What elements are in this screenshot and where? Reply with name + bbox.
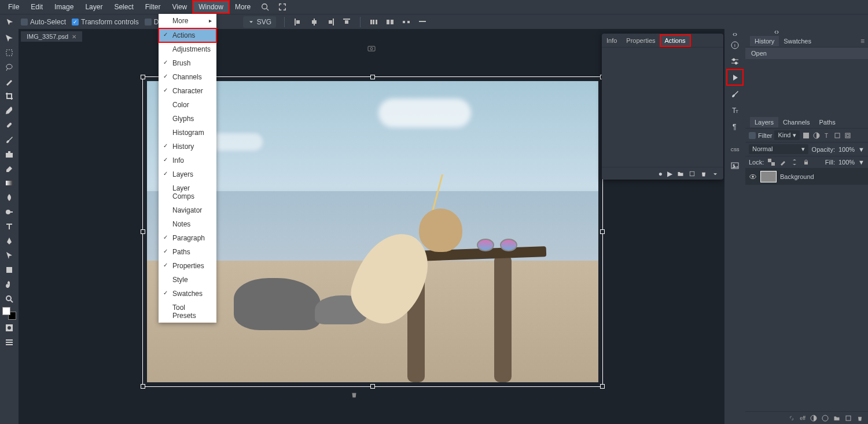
- new-layer-icon[interactable]: [845, 415, 852, 422]
- menubar-select[interactable]: Select: [108, 1, 139, 13]
- handle-ml[interactable]: [141, 229, 145, 234]
- tab-channels[interactable]: Channels: [778, 117, 814, 127]
- handle-tm[interactable]: [370, 75, 375, 79]
- align-left-icon[interactable]: [293, 17, 303, 27]
- play-action-icon[interactable]: ▶: [667, 170, 672, 178]
- tab-info[interactable]: Info: [602, 35, 621, 46]
- path-select-tool[interactable]: [1, 248, 17, 262]
- download-icon[interactable]: [712, 170, 719, 177]
- dd-color[interactable]: Color: [159, 98, 216, 112]
- trash-icon[interactable]: [700, 170, 707, 177]
- dd-adjustments[interactable]: Adjustments: [159, 42, 216, 56]
- group-icon[interactable]: [833, 415, 840, 422]
- link-layers-icon[interactable]: [788, 415, 795, 422]
- dd-actions[interactable]: ✓Actions: [159, 28, 216, 42]
- adjustment-layer-icon[interactable]: [822, 415, 829, 422]
- menubar-view[interactable]: View: [166, 1, 193, 13]
- document-tab[interactable]: IMG_3357.psd ✕: [21, 31, 82, 42]
- dd-more[interactable]: More▸: [159, 14, 216, 28]
- info-icon[interactable]: i: [727, 37, 743, 53]
- pen-tool[interactable]: [1, 234, 17, 248]
- healing-tool[interactable]: [1, 118, 17, 132]
- actions-play-icon[interactable]: [727, 70, 743, 85]
- dd-navigator[interactable]: Navigator: [159, 203, 216, 217]
- handle-mr[interactable]: [600, 229, 605, 234]
- distribute-3-icon[interactable]: [401, 17, 411, 27]
- lock-all-icon[interactable]: [802, 158, 810, 166]
- image-icon[interactable]: [727, 158, 743, 173]
- dd-paragraph[interactable]: ✓Paragraph: [159, 231, 216, 245]
- clone-tool[interactable]: [1, 147, 17, 161]
- menubar-layer[interactable]: Layer: [79, 1, 108, 13]
- handle-br[interactable]: [600, 384, 605, 389]
- distribute-1-icon[interactable]: [369, 17, 379, 27]
- filter-type-icon[interactable]: T: [823, 131, 831, 140]
- tab-layers[interactable]: Layers: [750, 117, 778, 127]
- color-swatches[interactable]: [1, 306, 17, 320]
- handle-tl[interactable]: [141, 75, 145, 79]
- tab-paths[interactable]: Paths: [815, 117, 840, 127]
- dd-layercomps[interactable]: Layer Comps: [159, 181, 216, 203]
- options-icon[interactable]: [1, 335, 17, 349]
- dd-glyphs[interactable]: Glyphs: [159, 112, 216, 126]
- trash-under-canvas-icon[interactable]: [350, 390, 358, 399]
- gradient-tool[interactable]: [1, 176, 17, 190]
- dd-layers[interactable]: ✓Layers: [159, 167, 216, 181]
- hand-tool[interactable]: [1, 277, 17, 291]
- handle-bm[interactable]: [370, 384, 375, 389]
- dd-character[interactable]: ✓Character: [159, 84, 216, 98]
- dd-properties[interactable]: ✓Properties: [159, 259, 216, 273]
- lock-transparency-icon[interactable]: [767, 158, 775, 166]
- brush-preset-icon[interactable]: [727, 86, 743, 101]
- handle-bl[interactable]: [141, 384, 145, 389]
- record-icon[interactable]: ●: [659, 170, 663, 178]
- dd-style[interactable]: Style: [159, 273, 216, 287]
- tab-swatches[interactable]: Swatches: [779, 36, 816, 46]
- opacity-value[interactable]: 100%: [838, 146, 855, 153]
- dd-notes[interactable]: Notes: [159, 217, 216, 231]
- marquee-tool[interactable]: [1, 46, 17, 60]
- distribute-4-icon[interactable]: [417, 17, 428, 27]
- dd-channels[interactable]: ✓Channels: [159, 70, 216, 84]
- opacity-dropdown-icon[interactable]: ▼: [858, 146, 865, 153]
- dd-info[interactable]: ✓Info: [159, 153, 216, 167]
- tab-close-icon[interactable]: ✕: [72, 34, 76, 40]
- history-item[interactable]: Open: [745, 47, 868, 59]
- move-tool[interactable]: [1, 31, 17, 45]
- tab-actions[interactable]: Actions: [660, 35, 690, 46]
- menubar-image[interactable]: Image: [49, 1, 79, 13]
- distribute-2-icon[interactable]: [385, 17, 395, 27]
- filter-shape-icon[interactable]: [833, 131, 841, 140]
- filter-adjust-icon[interactable]: [812, 131, 821, 140]
- dd-brush[interactable]: ✓Brush: [159, 56, 216, 70]
- lock-paint-icon[interactable]: [779, 158, 787, 166]
- blur-tool[interactable]: [1, 191, 17, 204]
- auto-select-checkbox[interactable]: Auto-Select: [21, 18, 66, 26]
- align-right-icon[interactable]: [325, 17, 336, 27]
- menubar-file[interactable]: File: [2, 1, 25, 13]
- dd-swatches[interactable]: ✓Swatches: [159, 287, 216, 301]
- dd-histogram[interactable]: Histogram: [159, 126, 216, 140]
- mask-icon[interactable]: [810, 415, 817, 422]
- menubar-edit[interactable]: Edit: [25, 1, 49, 13]
- panel-menu-icon[interactable]: ≡: [857, 37, 868, 45]
- align-top-icon[interactable]: [341, 17, 352, 27]
- menubar-filter[interactable]: Filter: [139, 1, 167, 13]
- new-item-icon[interactable]: [689, 170, 696, 177]
- fill-dropdown-icon[interactable]: ▼: [858, 159, 865, 166]
- dd-paths[interactable]: ✓Paths: [159, 245, 216, 259]
- export-svg-button[interactable]: SVG: [243, 16, 276, 28]
- dd-toolpresets[interactable]: Tool Presets: [159, 301, 216, 323]
- quickmask-tool[interactable]: [1, 321, 17, 335]
- kind-select[interactable]: Kind ▾: [774, 130, 799, 140]
- layer-row[interactable]: Background: [745, 169, 868, 185]
- menubar-more[interactable]: More: [229, 1, 256, 13]
- fill-value[interactable]: 100%: [838, 159, 855, 166]
- blend-mode-select[interactable]: Normal▾: [749, 144, 808, 154]
- paragraph-icon[interactable]: ¶: [727, 118, 743, 134]
- css-icon[interactable]: CSS: [727, 141, 743, 157]
- zoom-tool[interactable]: [1, 292, 17, 306]
- text-tool[interactable]: [1, 220, 17, 233]
- magic-wand-tool[interactable]: [1, 75, 17, 89]
- lasso-tool[interactable]: [1, 60, 17, 74]
